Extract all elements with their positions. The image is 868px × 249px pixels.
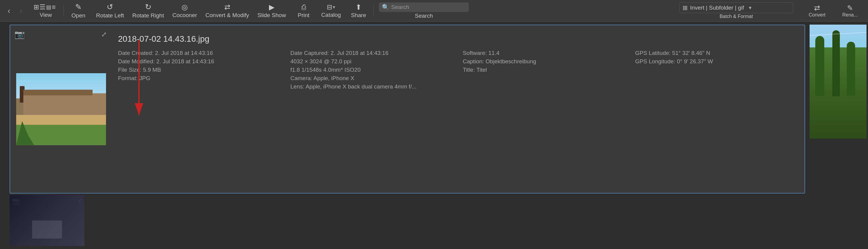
search-input[interactable] bbox=[391, 4, 457, 10]
lens-value: Apple, iPhone X back dual camera 4mm f/.… bbox=[306, 83, 416, 90]
print-button[interactable]: ⎙ Print bbox=[290, 0, 317, 22]
convert-button[interactable]: ⇄ Convert bbox=[799, 0, 835, 22]
rotate-left-label: Rotate Left bbox=[96, 12, 124, 19]
catalog-icon: ⊟ bbox=[327, 3, 332, 11]
file-size-label: File Size: bbox=[118, 66, 142, 73]
image-view: 📷 ⤢ bbox=[9, 25, 805, 194]
gps-lat-row: GPS Latitude: 51° 32' 8.46" N bbox=[635, 50, 796, 56]
rotate-left-button[interactable]: ↺ Rotate Left bbox=[92, 0, 128, 22]
date-created-label: Date Created: bbox=[118, 50, 153, 56]
rename-button[interactable]: ✎ Rena... bbox=[835, 0, 865, 22]
file-name: 2018-07-02 14.43.16.jpg bbox=[118, 34, 796, 44]
rotate-right-button[interactable]: ↻ Rotate Right bbox=[128, 0, 168, 22]
back-icon: ‹ bbox=[7, 6, 10, 16]
search-label: Search bbox=[415, 12, 433, 19]
gps-lat-value: 51° 32' 8.46" N bbox=[672, 50, 710, 56]
print-icon: ⎙ bbox=[302, 3, 306, 11]
forward-icon: › bbox=[20, 6, 22, 16]
format-row: Format: JPG bbox=[118, 75, 279, 82]
batch-format-area: ⊞ Invert | Subfolder | gif ▾ Batch & For… bbox=[673, 0, 799, 22]
share-button[interactable]: ⬆ Share bbox=[345, 0, 372, 22]
camera-icon: 📷 bbox=[14, 29, 25, 39]
slide-show-button[interactable]: ▶ Slide Show bbox=[253, 0, 290, 22]
center-panel: 📷 ⤢ bbox=[7, 22, 808, 249]
right-panel bbox=[808, 22, 868, 249]
title-row: Title: Titel bbox=[463, 66, 623, 73]
catalog-button[interactable]: ⊟ ▾ Catalog bbox=[317, 0, 345, 22]
open-button[interactable]: ✎ Open bbox=[65, 0, 92, 22]
convert-label: Convert bbox=[809, 12, 826, 18]
info-col-4: GPS Latitude: 51° 32' 8.46" N GPS Longit… bbox=[635, 50, 796, 90]
forward-button[interactable]: › bbox=[15, 5, 27, 17]
cocooner-button[interactable]: ◎ Cocooner bbox=[168, 0, 201, 22]
caption-value: Objektbeschreibung bbox=[486, 58, 536, 64]
info-col-3: Software: 11.4 Caption: Objektbeschreibu… bbox=[463, 50, 623, 90]
exposure-value: f1.8 1/1548s 4.0mm* ISO20 bbox=[290, 66, 361, 73]
camera-row: Camera: Apple, iPhone X bbox=[290, 75, 451, 82]
left-side-panel bbox=[0, 22, 7, 249]
format-value: JPG bbox=[139, 75, 150, 81]
expand-icon[interactable]: ⤢ bbox=[101, 31, 106, 38]
batch-dropdown-icon[interactable]: ▾ bbox=[749, 4, 751, 11]
camera-value: Apple, iPhone X bbox=[314, 75, 354, 81]
date-captured-label: Date Captured: bbox=[290, 50, 329, 56]
search-box[interactable]: 🔍 bbox=[379, 2, 469, 12]
view-button[interactable]: ⊞ ☰ ▤ ≡ View bbox=[29, 0, 62, 22]
gps-lon-row: GPS Longitude: 0° 9' 26.37" W bbox=[635, 58, 796, 65]
batch-format-label: Batch & Format bbox=[719, 14, 753, 19]
right-image[interactable] bbox=[810, 25, 867, 139]
catalog-label: Catalog bbox=[321, 12, 341, 18]
list-icon: ☰ bbox=[39, 3, 45, 11]
image-thumbnail-container: 📷 ⤢ bbox=[10, 25, 112, 193]
date-modified-value: 2. Jul 2018 at 14:43:16 bbox=[156, 58, 214, 64]
exposure-row: f1.8 1/1548s 4.0mm* ISO20 bbox=[290, 66, 451, 73]
rotate-right-label: Rotate Right bbox=[132, 12, 164, 19]
filmstrip-icon: ▤ bbox=[46, 4, 51, 10]
date-captured-value: 2. Jul 2018 at 14:43:16 bbox=[331, 50, 389, 56]
caption-label: Caption: bbox=[463, 58, 484, 64]
camera-label: Camera: bbox=[290, 75, 312, 81]
dimensions-value: 4032 × 3024 @ 72.0 ppi bbox=[290, 58, 352, 64]
file-size-row: File Size: 5.9 MB bbox=[118, 66, 279, 73]
dimensions-row: 4032 × 3024 @ 72.0 ppi bbox=[290, 58, 451, 65]
info-grid: Date Created: 2. Jul 2018 at 14:43:16 Da… bbox=[118, 50, 796, 90]
thumbnail-item[interactable]: 📷 ⤢ bbox=[9, 195, 85, 246]
slide-show-label: Slide Show bbox=[257, 12, 286, 19]
batch-format-icon: ⊞ bbox=[683, 4, 688, 11]
rename-label: Rena... bbox=[842, 12, 858, 18]
date-created-row: Date Created: 2. Jul 2018 at 14:43:16 bbox=[118, 50, 279, 56]
info-col-2: Date Captured: 2. Jul 2018 at 14:43:16 4… bbox=[290, 50, 451, 90]
info-col-1: Date Created: 2. Jul 2018 at 14:43:16 Da… bbox=[118, 50, 279, 90]
format-label: Format: bbox=[118, 75, 137, 81]
convert-modify-icon: ⇄ bbox=[224, 3, 230, 11]
lens-label: Lens: bbox=[290, 83, 304, 90]
title-value: Titel bbox=[476, 66, 487, 73]
thumbnail-strip: 📷 ⤢ bbox=[7, 195, 808, 249]
convert-icon: ⇄ bbox=[814, 4, 820, 12]
software-row: Software: 11.4 bbox=[463, 50, 623, 56]
view-label: View bbox=[40, 12, 52, 18]
share-icon: ⬆ bbox=[355, 3, 362, 11]
convert-modify-button[interactable]: ⇄ Convert & Modify bbox=[201, 0, 253, 22]
open-label: Open bbox=[71, 12, 85, 19]
slide-show-icon: ▶ bbox=[269, 3, 274, 11]
search-button[interactable]: 🔍 Search bbox=[375, 0, 473, 22]
gps-lat-label: GPS Latitude: bbox=[635, 50, 671, 56]
date-modified-row: Date Modified: 2. Jul 2018 at 14:43:16 bbox=[118, 58, 279, 65]
open-icon: ✎ bbox=[75, 2, 82, 12]
grid-icon: ⊞ bbox=[34, 3, 39, 11]
date-modified-label: Date Modified: bbox=[118, 58, 155, 64]
software-value: 11.4 bbox=[489, 50, 500, 56]
gps-lon-label: GPS Longitude: bbox=[635, 58, 675, 64]
rotate-right-icon: ↻ bbox=[145, 2, 152, 12]
print-label: Print bbox=[298, 12, 309, 19]
rename-icon: ✎ bbox=[847, 4, 853, 12]
batch-format-control[interactable]: ⊞ Invert | Subfolder | gif ▾ bbox=[679, 2, 793, 13]
back-button[interactable]: ‹ bbox=[3, 5, 15, 17]
main-image[interactable] bbox=[16, 73, 106, 145]
rotate-left-icon: ↺ bbox=[106, 2, 113, 12]
caption-row: Caption: Objektbeschreibung bbox=[463, 58, 623, 65]
detail-icon: ≡ bbox=[52, 3, 56, 11]
date-created-value: 2. Jul 2018 at 14:43:16 bbox=[155, 50, 213, 56]
convert-modify-label: Convert & Modify bbox=[206, 12, 249, 19]
